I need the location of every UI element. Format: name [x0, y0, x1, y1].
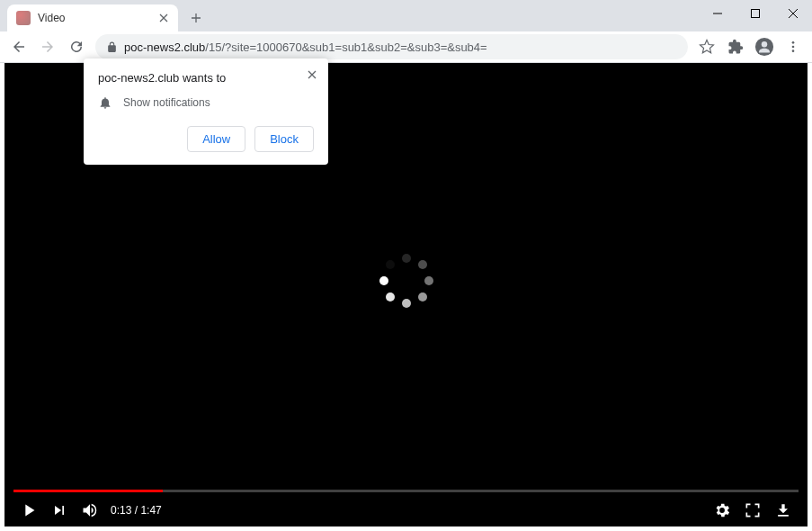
close-icon: [308, 70, 317, 79]
video-time-display: 0:13 / 1:47: [111, 504, 162, 517]
minimize-button[interactable]: [699, 0, 736, 27]
url-host: poc-news2.club: [124, 40, 205, 54]
svg-point-2: [762, 41, 767, 47]
video-progress-played: [13, 490, 163, 492]
tab-close-button[interactable]: [156, 11, 171, 25]
next-button[interactable]: [44, 495, 75, 526]
url-path: /15/?site=1000670&sub1=sub1&sub2=&sub3=&…: [205, 40, 486, 54]
svg-point-4: [792, 46, 795, 49]
new-tab-button[interactable]: [183, 5, 209, 31]
window-controls: [699, 0, 812, 27]
skip-next-icon: [50, 501, 68, 519]
svg-point-5: [792, 50, 795, 52]
maximize-button[interactable]: [736, 0, 774, 27]
video-progress-bar[interactable]: [13, 490, 799, 492]
volume-icon: [81, 501, 99, 519]
avatar-icon: [754, 37, 774, 57]
star-icon: [699, 39, 715, 55]
minimize-icon: [713, 9, 722, 18]
permission-label: Show notifications: [123, 96, 210, 109]
fullscreen-icon: [744, 501, 762, 519]
time-current: 0:13: [111, 504, 131, 517]
reload-button[interactable]: [63, 33, 90, 60]
window-titlebar: Video: [0, 0, 812, 32]
video-controls: 0:13 / 1:47: [4, 494, 808, 526]
kebab-icon: [786, 40, 800, 54]
volume-button[interactable]: [75, 495, 105, 526]
play-icon: [19, 500, 39, 520]
maximize-icon: [751, 9, 760, 18]
permission-item: Show notifications: [98, 95, 314, 110]
url-text: poc-news2.club/15/?site=1000670&sub1=sub…: [124, 40, 487, 54]
gear-icon: [713, 501, 731, 519]
dialog-close-button[interactable]: [303, 66, 321, 84]
lock-icon: [106, 41, 118, 53]
play-button[interactable]: [13, 495, 44, 526]
block-button[interactable]: Block: [254, 126, 314, 152]
dialog-actions: Allow Block: [98, 126, 314, 152]
time-total: 1:47: [140, 504, 161, 517]
forward-button: [34, 33, 61, 60]
allow-button[interactable]: Allow: [187, 126, 245, 152]
fullscreen-button[interactable]: [737, 495, 768, 526]
arrow-right-icon: [40, 39, 56, 55]
address-bar[interactable]: poc-news2.club/15/?site=1000670&sub1=sub…: [95, 34, 688, 59]
download-icon: [774, 501, 792, 519]
loading-spinner-icon: [379, 254, 433, 308]
profile-button[interactable]: [751, 33, 778, 60]
dialog-title: poc-news2.club wants to: [98, 71, 314, 85]
reload-icon: [68, 39, 85, 55]
close-icon: [159, 14, 168, 22]
bookmark-button[interactable]: [693, 33, 720, 60]
browser-tab[interactable]: Video: [7, 4, 178, 32]
svg-rect-0: [752, 10, 760, 18]
window-close-button[interactable]: [774, 0, 812, 27]
video-settings-button[interactable]: [707, 495, 737, 526]
menu-button[interactable]: [780, 33, 807, 60]
site-info-button[interactable]: [104, 40, 119, 54]
extensions-button[interactable]: [722, 33, 749, 60]
plus-icon: [191, 13, 201, 23]
puzzle-icon: [727, 39, 744, 55]
bell-icon: [98, 95, 112, 110]
close-icon: [789, 9, 798, 18]
favicon-icon: [16, 11, 31, 25]
tab-title: Video: [38, 12, 156, 24]
back-button[interactable]: [5, 33, 32, 60]
notification-permission-dialog: poc-news2.club wants to Show notificatio…: [84, 58, 328, 165]
time-separator: /: [131, 504, 140, 517]
download-button[interactable]: [768, 495, 799, 526]
arrow-left-icon: [11, 39, 27, 55]
svg-point-3: [792, 41, 795, 44]
